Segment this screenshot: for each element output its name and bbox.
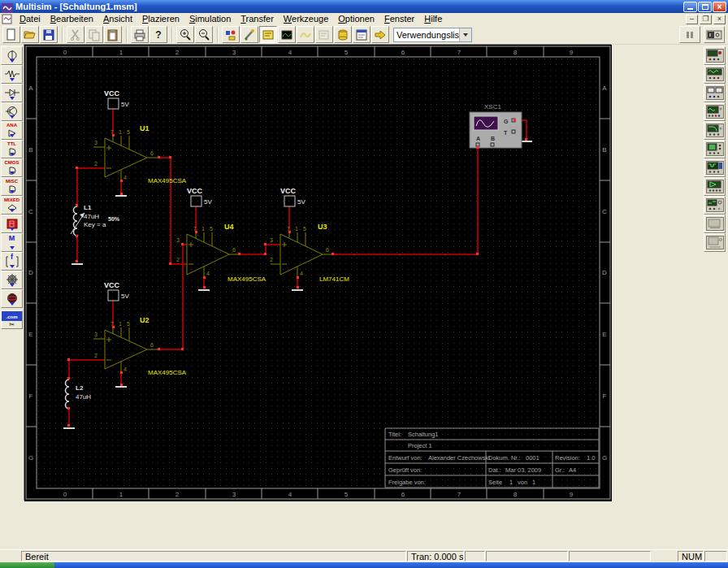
copy-icon	[88, 28, 101, 41]
chevron-down-icon	[10, 115, 15, 119]
sidebar-analog-button[interactable]: ANA	[1, 121, 23, 140]
component-toolbar: ANA TTL CMOS MISC MIXED M f .com✂	[1, 46, 24, 329]
svg-text:D: D	[28, 269, 33, 276]
instrument-multimeter-button[interactable]	[704, 46, 726, 65]
postprocessor-icon	[318, 28, 331, 41]
instrument-function-generator-button[interactable]	[704, 65, 726, 84]
open-button[interactable]	[21, 26, 39, 43]
close-button[interactable]: ×	[713, 2, 726, 12]
menu-ansicht[interactable]: Ansicht	[98, 13, 137, 25]
zoom-out-button[interactable]	[195, 26, 213, 43]
menu-plazieren[interactable]: Plazieren	[137, 13, 184, 25]
transfer-button[interactable]	[371, 26, 389, 43]
menu-werkzeuge[interactable]: Werkzeuge	[279, 13, 333, 25]
svg-text:5V: 5V	[121, 293, 129, 300]
dropdown-arrow-button[interactable]	[459, 28, 471, 41]
menu-optionen[interactable]: Optionen	[333, 13, 379, 25]
minimize-button[interactable]	[683, 2, 697, 12]
instrument-distortion-analyzer-button[interactable]	[704, 196, 726, 215]
menu-transfer[interactable]: Transfer	[236, 13, 279, 25]
menu-datei[interactable]: Datei	[15, 13, 46, 25]
window-titlebar[interactable]: Multisim - [Schaltung1.msm] ×	[0, 0, 728, 13]
sidebar-ttl-button[interactable]: TTL	[1, 140, 23, 158]
window-title: Multisim - [Schaltung1.msm]	[15, 0, 137, 13]
new-button[interactable]	[2, 26, 20, 43]
svg-text:T: T	[504, 130, 508, 136]
svg-text:E: E	[602, 331, 606, 338]
schematic-capture-button[interactable]	[259, 26, 277, 43]
component-edit-button[interactable]	[222, 26, 240, 43]
svg-text:C: C	[28, 208, 33, 215]
menu-simulation[interactable]: Simulation	[184, 13, 236, 25]
sidebar-cmos-button[interactable]: CMOS	[1, 158, 23, 177]
sidebar-electromechanical-button[interactable]	[1, 271, 23, 289]
instrument-spectrum-analyzer-button[interactable]	[704, 215, 726, 233]
status-spacer	[652, 550, 678, 562]
sidebar-edaparts-com-button[interactable]: .com✂	[1, 310, 23, 329]
in-use-list-dropdown[interactable]: Verwendungsliste	[393, 28, 472, 42]
power-switch-button[interactable]	[704, 26, 725, 43]
zoom-in-button[interactable]	[176, 26, 194, 43]
sidebar-indicators-button[interactable]	[1, 215, 23, 233]
instrument-word-generator-button[interactable]	[704, 140, 726, 158]
svg-text:A: A	[602, 85, 607, 92]
cmos-label: CMOS	[2, 160, 22, 165]
sidebar-basic-button[interactable]	[1, 65, 23, 84]
sidebar-misc-button[interactable]: M	[1, 233, 23, 252]
instrument-bode-plotter-button[interactable]	[704, 121, 726, 140]
svg-text:1: 1	[119, 321, 122, 327]
schematic-capture-icon	[262, 28, 275, 41]
menu-fenster[interactable]: Fenster	[379, 13, 419, 25]
mdi-close-button[interactable]: ×	[713, 15, 726, 24]
multimeter-icon	[706, 49, 724, 63]
analyses-button[interactable]	[297, 26, 314, 43]
taskbar[interactable]	[0, 562, 728, 568]
clipboard-icon	[106, 28, 119, 41]
help-button[interactable]: ?	[150, 26, 167, 43]
svg-text:3: 3	[232, 49, 236, 56]
simulate-button[interactable]	[278, 26, 296, 43]
sidebar-misc-digital-button[interactable]: MISC	[1, 177, 23, 196]
svg-text:Seite: Seite	[488, 479, 502, 486]
copy-button[interactable]	[85, 26, 103, 43]
schematic-canvas[interactable]: 0123456789 0123456789 ABCDEFG ABCDEFG 7 …	[24, 45, 612, 501]
mdi-minimize-button[interactable]: –	[686, 15, 698, 24]
print-button[interactable]	[131, 26, 149, 43]
probe-button[interactable]	[240, 26, 258, 43]
instrument-network-analyzer-button[interactable]	[704, 233, 726, 252]
instrument-logic-analyzer-button[interactable]	[704, 158, 726, 177]
sidebar-mixed-button[interactable]: MIXED	[1, 196, 23, 215]
svg-text:7: 7	[110, 321, 114, 327]
start-button[interactable]	[0, 562, 54, 568]
menu-bearbeiten[interactable]: Bearbeiten	[46, 13, 98, 25]
maximize-button[interactable]	[698, 2, 712, 12]
instrument-oscilloscope-button[interactable]	[704, 102, 726, 121]
sidebar-components-extra-button[interactable]	[1, 289, 23, 308]
paste-button[interactable]	[104, 26, 122, 43]
cut-button[interactable]	[67, 26, 84, 43]
mdi-restore-button[interactable]: ❐	[700, 15, 712, 24]
svg-text:Entwurf von:: Entwurf von:	[388, 454, 422, 462]
instrument-wattmeter-button[interactable]	[704, 84, 726, 102]
sidebar-transistors-button[interactable]	[1, 102, 23, 121]
database-button[interactable]	[334, 26, 352, 43]
misc-label: M	[2, 235, 22, 241]
minimize-icon	[687, 8, 693, 10]
menu-hilfe[interactable]: Hilfe	[419, 13, 447, 25]
svg-text:Geprüft von:: Geprüft von:	[388, 466, 422, 474]
svg-text:Dokum. Nr.:: Dokum. Nr.:	[488, 454, 521, 462]
document-icon[interactable]	[2, 14, 13, 24]
pause-button[interactable]	[679, 26, 700, 43]
status-panel	[486, 551, 568, 561]
sidebar-sources-button[interactable]	[1, 46, 23, 65]
save-button[interactable]	[40, 26, 58, 43]
properties-dialog-icon	[355, 28, 368, 41]
distortion-analyzer-icon	[706, 198, 724, 213]
sidebar-rf-button[interactable]: f	[1, 252, 23, 271]
properties-button[interactable]	[353, 26, 370, 43]
postprocessor-button[interactable]	[315, 26, 333, 43]
instrument-logic-converter-button[interactable]	[704, 177, 726, 196]
sidebar-diodes-button[interactable]	[1, 84, 23, 102]
main-toolbar: ? Verwendungsliste	[0, 25, 728, 45]
logic-converter-icon	[706, 180, 724, 194]
